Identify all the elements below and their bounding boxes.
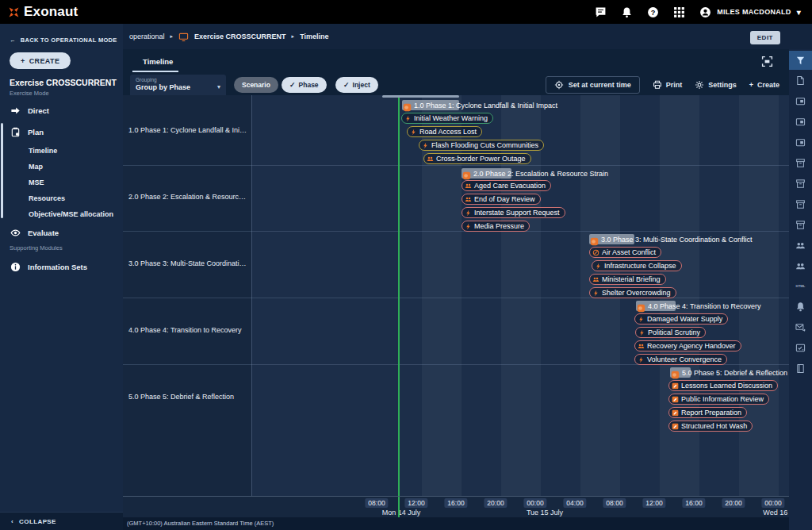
book-icon[interactable] xyxy=(789,359,812,378)
phase-bar-2[interactable]: 2.0 Phase 2: Escalation & Resource Strai… xyxy=(462,168,608,179)
archive-icon[interactable] xyxy=(789,215,812,234)
sidebar-item-evaluate[interactable]: Evaluate xyxy=(0,224,123,241)
inject-pill[interactable]: Damaged Water Supply xyxy=(634,313,728,325)
people-icon xyxy=(638,343,645,350)
sidebar-item-timeline[interactable]: Timeline xyxy=(0,143,123,159)
inject-pill[interactable]: Ministerial Briefing xyxy=(589,274,666,285)
top-bar-actions: ? MILES MACDONALD ▾ xyxy=(595,6,801,18)
filter-icon[interactable] xyxy=(789,51,812,70)
inject-pill[interactable]: Structured Hot Wash xyxy=(668,421,753,432)
card-check-icon[interactable] xyxy=(789,339,812,358)
date-label: Mon 14 July xyxy=(382,509,421,517)
mail-send-icon[interactable] xyxy=(789,318,812,337)
sidebar-item-information-sets[interactable]: Information Sets xyxy=(0,258,123,275)
html-icon[interactable]: HTML xyxy=(789,277,812,296)
lightning-icon xyxy=(422,142,429,149)
help-icon[interactable]: ? xyxy=(647,6,659,18)
top-bar: Exonaut ? MILES MACDONALD ▾ xyxy=(0,0,812,24)
inject-pill[interactable]: Lessons Learned Discussion xyxy=(668,380,778,391)
inject-pill[interactable]: Initial Weather Warning xyxy=(401,113,493,124)
row-divider xyxy=(123,298,789,298)
tab-timeline[interactable]: Timeline xyxy=(135,54,181,71)
people-group-icon[interactable] xyxy=(789,256,812,275)
phase-bar-1[interactable]: 1.0 Phase 1: Cyclone Landfall & Initial … xyxy=(402,100,557,110)
apps-grid-icon[interactable] xyxy=(673,6,685,18)
sidebar-item-objective-mse-allocation[interactable]: Objective/MSE allocation xyxy=(0,206,123,222)
sidebar-item-resources[interactable]: Resources xyxy=(0,190,123,206)
exercise-title: Exercise CROSSCURRENT xyxy=(10,78,117,87)
breadcrumb-operational[interactable]: operational xyxy=(129,33,165,40)
card-image-icon[interactable] xyxy=(789,92,812,111)
inject-pill[interactable]: Report Preparation xyxy=(668,407,747,418)
check-icon: ✓ xyxy=(289,81,296,89)
phase-bar-3[interactable]: 3.0 Phase 3: Multi-State Coordination & … xyxy=(589,234,753,244)
card-image-icon[interactable] xyxy=(789,113,812,132)
filter-chip-inject[interactable]: ✓ Inject xyxy=(335,77,378,93)
phase-bar-4[interactable]: 4.0 Phase 4: Transition to Recovery xyxy=(636,301,761,311)
inject-label: Flash Flooding Cuts Communities xyxy=(431,141,538,149)
inject-label: Initial Weather Warning xyxy=(414,114,488,122)
card-image-icon[interactable] xyxy=(789,133,812,152)
inject-label: Infrastructure Collapse xyxy=(604,262,676,270)
fullscreen-icon[interactable] xyxy=(761,56,773,67)
people-icon xyxy=(592,276,599,283)
inject-pill[interactable]: Infrastructure Collapse xyxy=(592,260,682,271)
time-window-scrollbar[interactable] xyxy=(382,95,459,98)
bell-icon[interactable] xyxy=(789,298,812,317)
sidebar-item-plan[interactable]: Plan xyxy=(0,123,123,140)
row-label-phase-4: 4.0 Phase 4: Transition to Recovery xyxy=(128,326,247,334)
timezone-label: (GMT+10:00) Australian Eastern Standard … xyxy=(127,520,274,527)
time-tick-label: 08:00 xyxy=(603,498,626,508)
create-inject-button[interactable]: + Create xyxy=(749,81,779,89)
current-time-line xyxy=(398,95,400,496)
inject-pill[interactable]: Volunteer Convergence xyxy=(634,354,727,365)
people-group-icon[interactable] xyxy=(789,236,812,255)
breadcrumb-exercise[interactable]: Exercise CROSSCURRENT xyxy=(194,33,286,40)
sidebar-item-direct[interactable]: Direct xyxy=(0,102,123,119)
people-icon xyxy=(465,196,472,203)
create-button[interactable]: + CREATE xyxy=(10,52,71,69)
back-to-operational-mode-link[interactable]: ← BACK TO OPERATIONAL MODE xyxy=(10,36,117,44)
inject-pill[interactable]: Flash Flooding Cuts Communities xyxy=(419,140,544,151)
inject-pill[interactable]: Media Pressure xyxy=(462,221,530,232)
filter-chip-scenario[interactable]: Scenario xyxy=(234,77,278,93)
archive-icon[interactable] xyxy=(789,194,812,213)
inject-pill[interactable]: Interstate Support Request xyxy=(462,207,565,218)
filter-chip-phase[interactable]: ✓ Phase xyxy=(282,77,327,93)
phase-bar-5[interactable]: 5.0 Phase 5: Debrief & Reflection xyxy=(670,367,787,378)
breadcrumb-separator-icon: ▸ xyxy=(292,33,295,40)
settings-icon-label: Settings xyxy=(708,81,737,89)
inject-pill[interactable]: Political Scrutiny xyxy=(635,327,706,338)
inject-pill[interactable]: End of Day Review xyxy=(462,194,541,205)
inject-pill[interactable]: Road Access Lost xyxy=(407,126,482,137)
inject-pill[interactable]: Recovery Agency Handover xyxy=(634,340,741,351)
breadcrumb-timeline[interactable]: Timeline xyxy=(300,33,328,40)
inject-pill[interactable]: Air Asset Conflict xyxy=(589,247,661,258)
breadcrumb: operational ▸ Exercise CROSSCURRENT ▸ Ti… xyxy=(129,32,328,42)
inject-pill[interactable]: Public Information Review xyxy=(668,394,769,405)
time-tick-label: 04:00 xyxy=(563,498,586,508)
document-icon[interactable] xyxy=(789,71,812,90)
sidebar-item-mse[interactable]: MSE xyxy=(0,175,123,190)
exonaut-logo: Exonaut xyxy=(8,4,78,20)
svg-text:HTML: HTML xyxy=(796,285,806,289)
set-at-current-time-button[interactable]: Set at current time xyxy=(546,76,640,94)
print-button[interactable]: Print xyxy=(653,80,683,90)
lightning-icon xyxy=(465,223,472,230)
current-time-line-axis xyxy=(398,497,400,518)
chat-icon[interactable] xyxy=(595,6,607,18)
edit-button[interactable]: EDIT xyxy=(750,31,780,44)
settings-button[interactable]: Settings xyxy=(695,80,737,90)
inject-pill[interactable]: Shelter Overcrowding xyxy=(589,287,676,298)
inject-pill[interactable]: Aged Care Evacuation xyxy=(462,180,551,191)
bell-icon[interactable] xyxy=(621,6,633,18)
phase-bar-label: 4.0 Phase 4: Transition to Recovery xyxy=(648,302,761,310)
archive-icon[interactable] xyxy=(789,174,812,193)
lightning-icon xyxy=(410,129,417,136)
sidebar-collapse-button[interactable]: ‹ COLLAPSE xyxy=(0,512,123,530)
grouping-select[interactable]: Grouping Group by Phase ▾ xyxy=(130,75,226,96)
archive-icon[interactable] xyxy=(789,154,812,173)
sidebar-item-map[interactable]: Map xyxy=(0,159,123,175)
user-menu[interactable]: MILES MACDONALD ▾ xyxy=(699,6,801,18)
inject-pill[interactable]: Cross-border Power Outage xyxy=(423,153,531,164)
